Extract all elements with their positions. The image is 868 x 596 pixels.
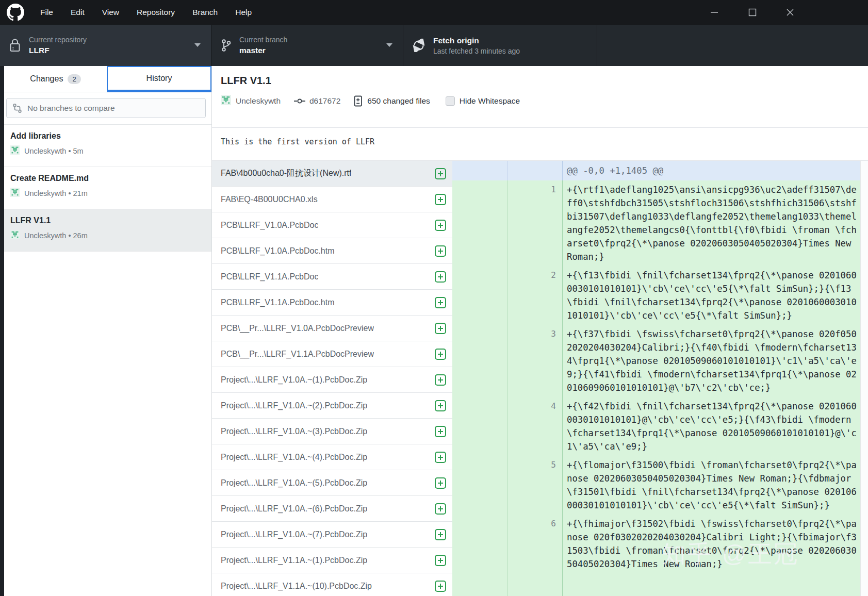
current-branch-selector[interactable]: Current branch master: [211, 25, 403, 66]
menu-item-file[interactable]: File: [31, 0, 62, 25]
lock-icon: [9, 38, 21, 53]
git-branch-icon: [220, 38, 232, 53]
file-add-button[interactable]: [435, 271, 446, 283]
diff-line-code: +{\f37\fbidi \fswiss\fcharset0\fprq2{\*\…: [563, 325, 860, 397]
diff-new-line-number: 3: [508, 325, 563, 397]
menu-item-branch[interactable]: Branch: [184, 0, 226, 25]
file-row[interactable]: FAB\4b00u0cha0-阻抗设计(New).rtf: [212, 161, 452, 187]
hide-whitespace-label: Hide Whitespace: [460, 96, 520, 106]
commit-item-author-time: Uncleskywth • 26m: [24, 231, 88, 240]
file-path: Project\...\LLRF_V1.0A.~(2).PcbDoc.Zip: [221, 401, 367, 410]
changed-files-count: 650 changed files: [367, 96, 430, 106]
file-row[interactable]: Project\...\LLRF_V1.0A.~(6).PcbDoc.Zip: [212, 496, 452, 522]
plus-icon: [435, 220, 446, 231]
diff-new-line-number: 2: [508, 266, 563, 325]
commit-content: FAB\4b00u0cha0-阻抗设计(New).rtf FAB\EQ-4B00…: [212, 161, 868, 596]
diff-line: 2 +{\f13\fbidi \fnil\fcharset134\fprq2{\…: [452, 266, 860, 325]
minimize-button[interactable]: [708, 6, 721, 19]
fetch-origin-button[interactable]: Fetch origin Last fetched 3 minutes ago: [403, 25, 597, 66]
file-row[interactable]: Project\...\LLRF_V1.1A.~(1).PcbDoc.Zip: [212, 548, 452, 573]
avatar: [10, 230, 20, 241]
file-add-button[interactable]: [435, 477, 446, 489]
branch-compare-input[interactable]: No branches to compare: [6, 98, 206, 118]
file-row[interactable]: PCB\LLRF_V1.0A.PcbDoc: [212, 212, 452, 238]
avatar: [10, 188, 20, 198]
hide-whitespace-checkbox[interactable]: [446, 96, 455, 106]
file-row[interactable]: PCB\LLRF_V1.0A.PcbDoc.htm: [212, 238, 452, 264]
file-add-button[interactable]: [435, 194, 446, 205]
commit-list-item[interactable]: Create README.md Uncleskywth • 21m: [0, 167, 211, 209]
diff-panel: @@ -0,0 +1,1405 @@ 1 +{\rtf1\adeflang102…: [452, 161, 868, 596]
menu-item-help[interactable]: Help: [226, 0, 260, 25]
file-row[interactable]: Project\...\LLRF_V1.0A.~(3).PcbDoc.Zip: [212, 419, 452, 444]
plus-icon: [435, 400, 446, 411]
diff-old-line-number: [452, 456, 508, 515]
diff-filler: [452, 573, 860, 596]
diff-line-code: +{\flomajor\f31500\fbidi \froman\fcharse…: [563, 456, 860, 515]
maximize-button[interactable]: [746, 6, 759, 19]
close-icon: [786, 8, 794, 16]
changes-count-badge: 2: [68, 74, 80, 84]
plus-icon: [435, 581, 446, 592]
file-add-button[interactable]: [435, 297, 446, 308]
diff-old-line-number: [452, 266, 508, 325]
file-row[interactable]: PCB\LLRF_V1.1A.PcbDoc: [212, 264, 452, 290]
file-row[interactable]: PCB\LLRF_V1.1A.PcbDoc.htm: [212, 290, 452, 316]
file-add-button[interactable]: [435, 503, 446, 515]
file-add-button[interactable]: [435, 581, 446, 592]
file-path: FAB\EQ-4B00U0CHA0.xls: [221, 195, 318, 204]
file-add-button[interactable]: [435, 452, 446, 463]
file-add-button[interactable]: [435, 374, 446, 386]
fetch-origin-subtitle: Last fetched 3 minutes ago: [433, 47, 520, 55]
fetch-origin-title: Fetch origin: [433, 36, 520, 45]
maximize-icon: [748, 8, 757, 16]
sync-icon: [412, 39, 425, 52]
diff-scrollbar[interactable]: [860, 161, 868, 596]
current-repository-value: LLRF: [29, 46, 87, 55]
commit-list-item[interactable]: LLFR V1.1 Uncleskywth • 26m: [0, 209, 211, 252]
tab-history[interactable]: History: [107, 66, 211, 92]
file-add-button[interactable]: [435, 168, 446, 179]
close-button[interactable]: [783, 6, 797, 19]
file-add-button[interactable]: [435, 400, 446, 411]
file-row[interactable]: Project\...\LLRF_V1.0A.~(5).PcbDoc.Zip: [212, 470, 452, 496]
file-list: FAB\4b00u0cha0-阻抗设计(New).rtf FAB\EQ-4B00…: [212, 161, 452, 596]
file-add-button[interactable]: [435, 426, 446, 437]
diff-line-code: +{\f13\fbidi \fnil\fcharset134\fprq2{\*\…: [563, 266, 860, 325]
file-add-button[interactable]: [435, 220, 446, 231]
commit-item-title: LLFR V1.1: [10, 216, 211, 225]
file-row[interactable]: FAB\EQ-4B00U0CHA0.xls: [212, 187, 452, 212]
commit-icon: [294, 98, 305, 104]
file-add-button[interactable]: [435, 529, 446, 540]
menu-item-repository[interactable]: Repository: [128, 0, 184, 25]
file-row[interactable]: Project\...\LLRF_V1.0A.~(1).PcbDoc.Zip: [212, 367, 452, 393]
chevron-down-icon: [386, 43, 392, 47]
file-row[interactable]: PCB\__Pr...\LLRF_V1.0A.PcbDocPreview: [212, 316, 452, 341]
commit-meta-row: Uncleskywth d617672 650 changed files: [221, 95, 868, 107]
commit-detail-title: LLFR V1.1: [221, 75, 868, 87]
file-row[interactable]: Project\...\LLRF_V1.0A.~(7).PcbDoc.Zip: [212, 522, 452, 548]
current-repository-selector[interactable]: Current repository LLRF: [0, 25, 211, 66]
branch-compare-placeholder: No branches to compare: [27, 104, 115, 113]
file-row[interactable]: Project\...\LLRF_V1.1A.~(10).PcbDoc.Zip: [212, 573, 452, 596]
file-row[interactable]: PCB\__Pr...\LLRF_V1.1A.PcbDocPreview: [212, 341, 452, 367]
diff-new-line-number: [508, 573, 563, 596]
file-add-button[interactable]: [435, 349, 446, 360]
file-add-button[interactable]: [435, 555, 446, 566]
tab-changes[interactable]: Changes 2: [4, 66, 107, 92]
tab-changes-label: Changes: [30, 74, 63, 84]
commit-list-item[interactable]: Add libraries Uncleskywth • 5m: [0, 125, 211, 167]
file-add-button[interactable]: [435, 323, 446, 334]
file-path: PCB\LLRF_V1.0A.PcbDoc: [221, 221, 318, 230]
menu-item-edit[interactable]: Edit: [62, 0, 93, 25]
file-diff-icon: [354, 95, 363, 107]
file-path: PCB\LLRF_V1.1A.PcbDoc.htm: [221, 298, 335, 307]
menu-item-view[interactable]: View: [93, 0, 128, 25]
diff-old-line-number: [452, 573, 508, 596]
file-row[interactable]: Project\...\LLRF_V1.0A.~(2).PcbDoc.Zip: [212, 393, 452, 419]
diff-old-line-number: [452, 325, 508, 397]
diff-old-line-number: [452, 180, 508, 266]
avatar: [10, 145, 20, 156]
file-add-button[interactable]: [435, 245, 446, 257]
file-row[interactable]: Project\...\LLRF_V1.0A.~(4).PcbDoc.Zip: [212, 444, 452, 470]
